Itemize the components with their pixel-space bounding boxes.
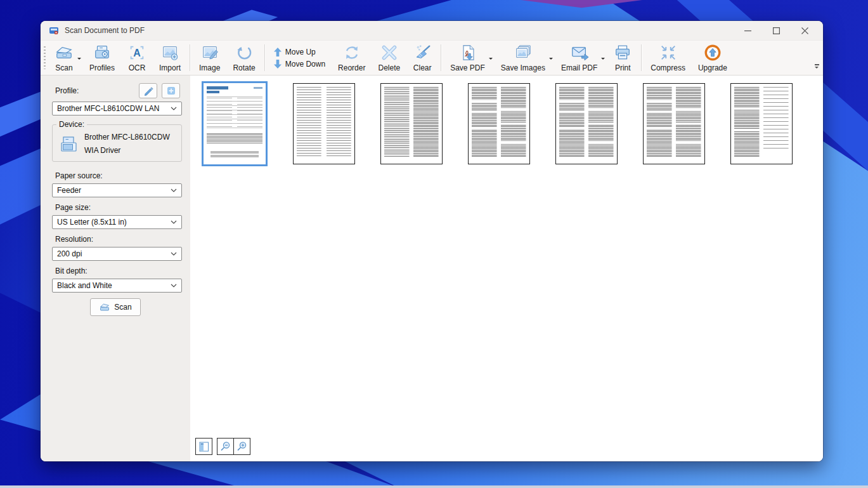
toolbar-button-label: Reorder xyxy=(338,63,365,72)
thumbnail-page-5[interactable] xyxy=(555,83,618,164)
toolbar-button-print[interactable]: Print xyxy=(607,41,638,75)
scan-dropdown-caret[interactable] xyxy=(77,58,81,62)
page-size-select[interactable]: US Letter (8.5x11 in) xyxy=(52,215,182,229)
edit-profile-button[interactable] xyxy=(139,83,157,98)
toolbar-button-save-images[interactable]: Save Images xyxy=(495,41,552,75)
page-preview xyxy=(647,87,701,161)
toolbar-button-label: Save PDF xyxy=(450,63,485,72)
image-edit-icon xyxy=(200,43,219,62)
thumbnail-page-3[interactable] xyxy=(380,83,443,164)
toolbar-button-label: Clear xyxy=(413,63,432,72)
thumbnail-page-1[interactable] xyxy=(202,81,268,166)
thumbnail-view-button[interactable] xyxy=(195,438,212,455)
toolbar-button-rotate[interactable]: Rotate xyxy=(226,41,261,75)
app-window: Scan Document to PDF Scan xyxy=(41,21,823,461)
close-button[interactable] xyxy=(791,21,819,40)
toolbar-button-label: Move Up xyxy=(285,48,316,56)
upgrade-icon xyxy=(703,43,722,62)
thumbnail-view-icon xyxy=(199,442,209,452)
toolbar-grip[interactable] xyxy=(44,46,46,69)
device-driver: WIA Driver xyxy=(84,146,170,155)
save-images-icon xyxy=(514,43,533,62)
rotate-icon xyxy=(235,43,254,62)
window-title: Scan Document to PDF xyxy=(65,26,145,35)
toolbar-separator xyxy=(441,44,441,71)
zoom-out-icon xyxy=(220,441,231,452)
toolbar-button-label: Upgrade xyxy=(698,63,727,72)
toolbar-button-move-up[interactable]: Move Up xyxy=(274,48,325,56)
toolbar-button-import[interactable]: Import xyxy=(153,41,187,75)
toolbar-button-scan[interactable]: Scan xyxy=(48,41,80,75)
toolbar-button-reorder[interactable]: Reorder xyxy=(332,41,372,75)
resolution-label: Resolution: xyxy=(55,235,190,244)
resolution-value: 200 dpi xyxy=(57,249,171,258)
toolbar-button-profiles[interactable]: Profiles xyxy=(83,41,121,75)
toolbar-button-email-pdf[interactable]: Email PDF xyxy=(555,41,604,75)
scan-button-label: Scan xyxy=(114,303,131,312)
chevron-down-icon xyxy=(171,220,177,224)
thumbnail-page-7[interactable] xyxy=(730,83,793,164)
paper-source-label: Paper source: xyxy=(55,171,190,180)
save-images-dropdown-caret[interactable] xyxy=(549,58,553,62)
toolbar-button-compress[interactable]: Compress xyxy=(644,41,692,75)
toolbar-separator xyxy=(264,44,265,71)
main-area: Profile: Brother MFC-L8610CDW LAN xyxy=(41,76,823,461)
paper-source-value: Feeder xyxy=(57,186,171,195)
svg-text:A: A xyxy=(133,48,141,58)
device-scanner-icon xyxy=(59,136,78,152)
page-preview xyxy=(472,87,526,161)
toolbar-button-label: Email PDF xyxy=(561,63,597,72)
toolbar-move-group: Move Up Move Down xyxy=(268,41,332,75)
chevron-down-icon xyxy=(171,284,177,287)
ocr-icon: A xyxy=(127,43,146,62)
toolbar-button-delete[interactable]: Delete xyxy=(372,41,406,75)
chevron-down-icon xyxy=(171,252,177,256)
import-image-icon xyxy=(160,43,179,62)
email-pdf-dropdown-caret[interactable] xyxy=(601,58,605,62)
profile-select[interactable]: Brother MFC-L8610CDW LAN xyxy=(52,102,182,115)
profile-select-value: Brother MFC-L8610CDW LAN xyxy=(57,104,171,113)
page-size-value: US Letter (8.5x11 in) xyxy=(57,218,171,227)
printer-icon xyxy=(613,43,632,62)
close-icon xyxy=(801,27,808,34)
minimize-button[interactable] xyxy=(734,21,762,40)
thumbnail-page-4[interactable] xyxy=(468,83,530,164)
paper-source-select[interactable]: Feeder xyxy=(52,183,182,197)
page-preview xyxy=(297,87,351,161)
scan-button[interactable]: Scan xyxy=(90,298,141,316)
toolbar-button-label: Import xyxy=(159,63,181,72)
maximize-button[interactable] xyxy=(762,21,791,40)
thumbnail-page-2[interactable] xyxy=(293,83,355,164)
taskbar-edge[interactable] xyxy=(0,485,868,488)
save-pdf-dropdown-caret[interactable] xyxy=(489,58,493,62)
toolbar-button-label: Print xyxy=(615,63,631,72)
toolbar-button-label: Rotate xyxy=(233,63,255,72)
zoom-in-button[interactable] xyxy=(233,438,250,455)
titlebar[interactable]: Scan Document to PDF xyxy=(41,21,823,40)
resolution-select[interactable]: 200 dpi xyxy=(52,247,182,261)
bit-depth-select[interactable]: Black and White xyxy=(52,279,182,293)
toolbar-separator xyxy=(641,44,642,71)
toolbar-button-label: Delete xyxy=(378,63,400,72)
chevron-down-icon xyxy=(171,188,177,192)
add-icon xyxy=(166,86,176,96)
add-profile-button[interactable] xyxy=(162,83,180,98)
toolbar: Scan Profiles xyxy=(41,40,823,76)
toolbar-button-label: OCR xyxy=(129,63,146,72)
page-preview xyxy=(207,86,262,161)
toolbar-button-ocr[interactable]: A OCR xyxy=(121,41,153,75)
reorder-icon xyxy=(342,43,361,62)
toolbar-button-clear[interactable]: Clear xyxy=(406,41,438,75)
toolbar-overflow-button[interactable] xyxy=(814,64,820,70)
scanner-icon xyxy=(99,303,110,312)
bit-depth-label: Bit depth: xyxy=(55,267,190,275)
chevron-down-icon xyxy=(171,107,177,110)
toolbar-button-save-pdf[interactable]: Save PDF xyxy=(444,41,491,75)
toolbar-button-upgrade[interactable]: Upgrade xyxy=(692,41,734,75)
toolbar-button-image[interactable]: Image xyxy=(193,41,226,75)
zoom-out-button[interactable] xyxy=(217,438,234,455)
thumbnail-page-6[interactable] xyxy=(643,83,705,164)
toolbar-button-move-down[interactable]: Move Down xyxy=(274,60,325,69)
device-name: Brother MFC-L8610CDW xyxy=(84,133,170,142)
arrow-up-icon xyxy=(274,48,282,56)
